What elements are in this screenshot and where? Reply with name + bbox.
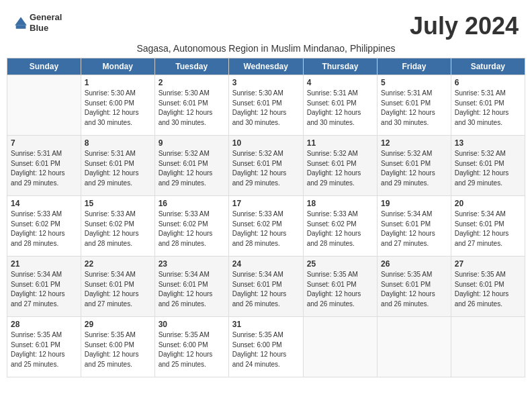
calendar-cell: 30Sunrise: 5:35 AM Sunset: 6:00 PM Dayli… bbox=[154, 317, 228, 377]
calendar-cell: 8Sunrise: 5:31 AM Sunset: 6:01 PM Daylig… bbox=[81, 136, 154, 196]
calendar-cell: 22Sunrise: 5:34 AM Sunset: 6:01 PM Dayli… bbox=[81, 257, 154, 317]
day-info: Sunrise: 5:30 AM Sunset: 6:01 PM Dayligh… bbox=[232, 89, 300, 128]
day-info: Sunrise: 5:35 AM Sunset: 6:01 PM Dayligh… bbox=[455, 270, 521, 309]
day-info: Sunrise: 5:35 AM Sunset: 6:00 PM Dayligh… bbox=[232, 330, 300, 369]
calendar-cell: 29Sunrise: 5:35 AM Sunset: 6:00 PM Dayli… bbox=[81, 317, 154, 377]
day-number: 17 bbox=[232, 199, 300, 208]
day-number: 11 bbox=[307, 138, 373, 148]
day-number: 31 bbox=[232, 320, 300, 329]
calendar-cell bbox=[378, 317, 451, 377]
day-number: 12 bbox=[381, 138, 447, 148]
day-info: Sunrise: 5:35 AM Sunset: 6:01 PM Dayligh… bbox=[381, 270, 447, 309]
calendar-cell bbox=[451, 317, 525, 377]
day-number: 27 bbox=[455, 259, 521, 269]
day-number: 29 bbox=[85, 320, 151, 329]
day-info: Sunrise: 5:35 AM Sunset: 6:00 PM Dayligh… bbox=[85, 330, 151, 369]
day-number: 9 bbox=[159, 138, 225, 148]
calendar-cell: 6Sunrise: 5:31 AM Sunset: 6:01 PM Daylig… bbox=[451, 75, 525, 136]
day-info: Sunrise: 5:34 AM Sunset: 6:01 PM Dayligh… bbox=[381, 210, 447, 248]
calendar-cell: 20Sunrise: 5:34 AM Sunset: 6:01 PM Dayli… bbox=[451, 196, 525, 257]
calendar-table: SundayMondayTuesdayWednesdayThursdayFrid… bbox=[7, 58, 525, 377]
calendar-cell: 28Sunrise: 5:35 AM Sunset: 6:01 PM Dayli… bbox=[7, 317, 81, 377]
day-number: 7 bbox=[11, 138, 77, 148]
day-info: Sunrise: 5:32 AM Sunset: 6:01 PM Dayligh… bbox=[232, 149, 300, 188]
day-number: 20 bbox=[455, 199, 521, 208]
day-number: 2 bbox=[159, 78, 225, 87]
calendar-cell: 26Sunrise: 5:35 AM Sunset: 6:01 PM Dayli… bbox=[378, 257, 451, 317]
day-info: Sunrise: 5:32 AM Sunset: 6:01 PM Dayligh… bbox=[381, 149, 447, 188]
calendar-cell bbox=[303, 317, 377, 377]
day-number: 6 bbox=[455, 78, 521, 87]
day-info: Sunrise: 5:30 AM Sunset: 6:00 PM Dayligh… bbox=[85, 89, 151, 128]
calendar-cell: 16Sunrise: 5:33 AM Sunset: 6:02 PM Dayli… bbox=[154, 196, 228, 257]
calendar-cell: 23Sunrise: 5:34 AM Sunset: 6:01 PM Dayli… bbox=[154, 257, 228, 317]
page-header: General Blue July 2024 bbox=[7, 7, 525, 43]
day-info: Sunrise: 5:33 AM Sunset: 6:02 PM Dayligh… bbox=[232, 210, 300, 248]
calendar-cell: 3Sunrise: 5:30 AM Sunset: 6:01 PM Daylig… bbox=[228, 75, 303, 136]
day-info: Sunrise: 5:33 AM Sunset: 6:02 PM Dayligh… bbox=[159, 210, 225, 248]
day-number: 30 bbox=[159, 320, 225, 329]
day-header-saturday: Saturday bbox=[451, 58, 525, 75]
calendar-cell bbox=[7, 75, 81, 136]
day-number: 26 bbox=[381, 259, 447, 269]
day-info: Sunrise: 5:32 AM Sunset: 6:01 PM Dayligh… bbox=[455, 149, 521, 188]
day-header-thursday: Thursday bbox=[303, 58, 377, 75]
day-info: Sunrise: 5:33 AM Sunset: 6:02 PM Dayligh… bbox=[11, 210, 77, 248]
calendar-cell: 13Sunrise: 5:32 AM Sunset: 6:01 PM Dayli… bbox=[451, 136, 525, 196]
calendar-cell: 10Sunrise: 5:32 AM Sunset: 6:01 PM Dayli… bbox=[228, 136, 303, 196]
day-number: 4 bbox=[307, 78, 373, 87]
calendar-cell: 5Sunrise: 5:31 AM Sunset: 6:01 PM Daylig… bbox=[378, 75, 451, 136]
day-number: 19 bbox=[381, 199, 447, 208]
calendar-cell: 12Sunrise: 5:32 AM Sunset: 6:01 PM Dayli… bbox=[378, 136, 451, 196]
day-info: Sunrise: 5:33 AM Sunset: 6:02 PM Dayligh… bbox=[307, 210, 373, 248]
day-number: 14 bbox=[11, 199, 77, 208]
day-number: 18 bbox=[307, 199, 373, 208]
day-number: 8 bbox=[85, 138, 151, 148]
day-number: 16 bbox=[159, 199, 225, 208]
day-number: 21 bbox=[11, 259, 77, 269]
logo-icon bbox=[13, 15, 28, 30]
day-info: Sunrise: 5:31 AM Sunset: 6:01 PM Dayligh… bbox=[455, 89, 521, 128]
day-header-friday: Friday bbox=[378, 58, 451, 75]
day-header-tuesday: Tuesday bbox=[154, 58, 228, 75]
calendar-cell: 24Sunrise: 5:34 AM Sunset: 6:01 PM Dayli… bbox=[228, 257, 303, 317]
calendar-cell: 9Sunrise: 5:32 AM Sunset: 6:01 PM Daylig… bbox=[154, 136, 228, 196]
calendar-cell: 18Sunrise: 5:33 AM Sunset: 6:02 PM Dayli… bbox=[303, 196, 377, 257]
day-info: Sunrise: 5:34 AM Sunset: 6:01 PM Dayligh… bbox=[455, 210, 521, 248]
calendar-cell: 14Sunrise: 5:33 AM Sunset: 6:02 PM Dayli… bbox=[7, 196, 81, 257]
calendar-cell: 31Sunrise: 5:35 AM Sunset: 6:00 PM Dayli… bbox=[228, 317, 303, 377]
calendar-body: 1Sunrise: 5:30 AM Sunset: 6:00 PM Daylig… bbox=[7, 75, 525, 377]
day-info: Sunrise: 5:30 AM Sunset: 6:01 PM Dayligh… bbox=[159, 89, 225, 128]
calendar-cell: 17Sunrise: 5:33 AM Sunset: 6:02 PM Dayli… bbox=[228, 196, 303, 257]
day-number: 1 bbox=[85, 78, 151, 87]
calendar-cell: 4Sunrise: 5:31 AM Sunset: 6:01 PM Daylig… bbox=[303, 75, 377, 136]
calendar-cell: 27Sunrise: 5:35 AM Sunset: 6:01 PM Dayli… bbox=[451, 257, 525, 317]
logo-text: General Blue bbox=[30, 12, 62, 33]
day-number: 24 bbox=[232, 259, 300, 269]
month-title: July 2024 bbox=[410, 12, 519, 40]
svg-rect-1 bbox=[16, 25, 26, 28]
day-header-monday: Monday bbox=[81, 58, 154, 75]
day-info: Sunrise: 5:35 AM Sunset: 6:00 PM Dayligh… bbox=[159, 330, 225, 369]
logo: General Blue bbox=[13, 12, 62, 33]
day-number: 3 bbox=[232, 78, 300, 87]
calendar-subtitle: Sagasa, Autonomous Region in Muslim Mind… bbox=[7, 43, 525, 54]
day-number: 22 bbox=[85, 259, 151, 269]
svg-marker-0 bbox=[15, 17, 27, 25]
day-number: 13 bbox=[455, 138, 521, 148]
calendar-cell: 1Sunrise: 5:30 AM Sunset: 6:00 PM Daylig… bbox=[81, 75, 154, 136]
day-info: Sunrise: 5:35 AM Sunset: 6:01 PM Dayligh… bbox=[307, 270, 373, 309]
day-header-sunday: Sunday bbox=[7, 58, 81, 75]
calendar-cell: 7Sunrise: 5:31 AM Sunset: 6:01 PM Daylig… bbox=[7, 136, 81, 196]
calendar-cell: 25Sunrise: 5:35 AM Sunset: 6:01 PM Dayli… bbox=[303, 257, 377, 317]
calendar-cell: 21Sunrise: 5:34 AM Sunset: 6:01 PM Dayli… bbox=[7, 257, 81, 317]
day-info: Sunrise: 5:31 AM Sunset: 6:01 PM Dayligh… bbox=[11, 149, 77, 188]
day-number: 25 bbox=[307, 259, 373, 269]
day-info: Sunrise: 5:31 AM Sunset: 6:01 PM Dayligh… bbox=[307, 89, 373, 128]
day-number: 15 bbox=[85, 199, 151, 208]
day-info: Sunrise: 5:31 AM Sunset: 6:01 PM Dayligh… bbox=[381, 89, 447, 128]
day-info: Sunrise: 5:34 AM Sunset: 6:01 PM Dayligh… bbox=[85, 270, 151, 309]
day-info: Sunrise: 5:34 AM Sunset: 6:01 PM Dayligh… bbox=[11, 270, 77, 309]
day-header-wednesday: Wednesday bbox=[228, 58, 303, 75]
day-info: Sunrise: 5:32 AM Sunset: 6:01 PM Dayligh… bbox=[307, 149, 373, 188]
